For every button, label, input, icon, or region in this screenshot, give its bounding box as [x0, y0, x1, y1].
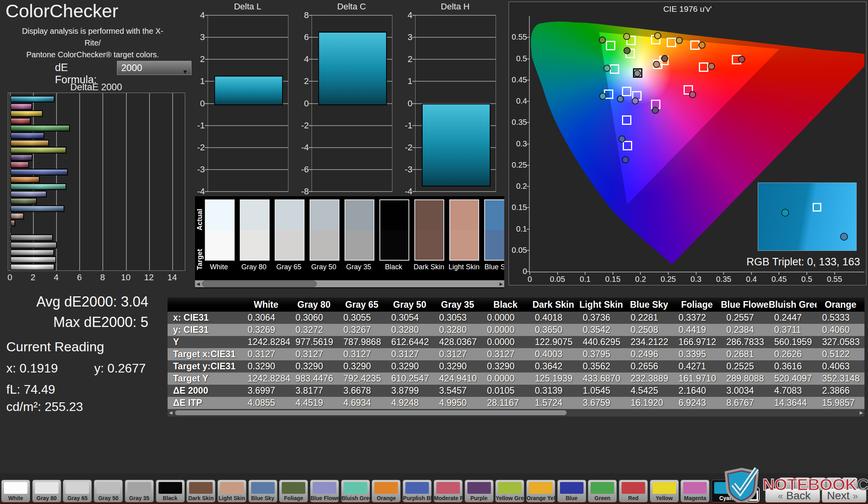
table-cell: 0.3542	[577, 324, 625, 336]
deltae2000-chart: DeltaE 2000 02468101214	[8, 82, 188, 286]
patch-button-light-skin[interactable]: Light Skin	[217, 480, 246, 502]
next-button[interactable]: Next»	[822, 488, 866, 503]
monochrome-patch-button[interactable]	[744, 487, 760, 502]
patch-color-swatch	[436, 482, 460, 494]
scroll-right-icon[interactable]: ▶	[858, 409, 864, 416]
swatch-target-color	[241, 230, 269, 260]
table-cell: 0.2626	[769, 348, 817, 360]
patch-button-red[interactable]: Red	[619, 480, 648, 502]
de-formula-dropdown[interactable]: 2000 ▼	[117, 61, 191, 75]
table-cell: 0.3127	[434, 348, 481, 360]
patch-color-swatch	[97, 482, 120, 494]
table-cell: 14.3644	[769, 397, 817, 409]
swatch-actual-color	[310, 200, 339, 230]
back-chevron-icon: «	[778, 491, 783, 501]
table-cell: 0.4003	[529, 348, 577, 360]
patch-button-label: Dark Skin	[187, 495, 215, 501]
de-formula-value: 2000	[121, 62, 142, 73]
reading-cdm2-value: cd/m²: 255.23	[6, 400, 83, 414]
table-cell: 0.3795	[577, 348, 625, 360]
delta-tick-label: 0	[397, 99, 412, 109]
delta-tick	[309, 81, 312, 82]
bottom-divider	[0, 502, 868, 504]
current-reading-label: Current Reading	[6, 339, 104, 354]
table-column-header: Foliage	[673, 298, 721, 312]
patch-button-cyan[interactable]: Cyan	[711, 480, 740, 502]
table-cell: 122.9075	[529, 336, 577, 348]
delta-gridline	[208, 15, 288, 16]
patch-button-black[interactable]: Black	[156, 480, 185, 502]
patch-button-purple[interactable]: Purple	[465, 480, 494, 502]
table-scrollbar[interactable]: ◀ ▶	[168, 409, 864, 416]
delta-gridline	[312, 191, 392, 192]
reading-y-value: y: 0.2677	[94, 361, 146, 376]
patch-button-gray-50[interactable]: Gray 50	[94, 480, 123, 502]
cie-x-tick	[806, 272, 807, 275]
patch-button-dark-skin[interactable]: Dark Skin	[186, 480, 215, 502]
patch-button-gray-80[interactable]: Gray 80	[32, 480, 61, 502]
patch-button-yellow-green[interactable]: Yellow Green	[495, 480, 524, 502]
patch-button-label: Purple	[465, 495, 493, 501]
delta-tick-label: 2	[397, 54, 412, 64]
swatch-scrollbar-thumb[interactable]	[202, 281, 317, 287]
patch-button-gray-65[interactable]: Gray 65	[63, 480, 92, 502]
deltae-bar	[10, 242, 57, 248]
patch-button-magenta[interactable]: Magenta	[680, 480, 709, 502]
deltae-bar	[10, 96, 55, 102]
delta-tick	[205, 169, 208, 170]
deltae-bar	[10, 147, 66, 153]
target-marker	[622, 115, 631, 125]
table-cell: 327.0583	[817, 336, 864, 348]
table-cell: 0.3711	[769, 324, 817, 336]
back-button[interactable]: «Back	[765, 488, 820, 503]
patch-button-blue-sky[interactable]: Blue Sky	[248, 480, 277, 502]
patch-button-green[interactable]: Green	[588, 480, 617, 502]
cie-x-tick	[696, 272, 697, 275]
swatch-label: Gray 35	[344, 263, 374, 271]
deltae-gridline	[172, 93, 173, 270]
delta-gridline	[312, 169, 392, 170]
patch-button-label: Orange Yellow	[527, 495, 555, 501]
table-cell: 0.0000	[481, 312, 529, 324]
patch-button-gray-35[interactable]: Gray 35	[125, 480, 154, 502]
table-cell: 0.3272	[290, 324, 338, 336]
measurement-table: WhiteGray 80Gray 65Gray 50Gray 35BlackDa…	[168, 298, 866, 415]
patch-button-white[interactable]: White	[1, 480, 30, 502]
table-scrollbar-thumb[interactable]	[175, 410, 567, 416]
delta-tick-label: -8	[293, 186, 309, 197]
patch-button-moderate-red[interactable]: Moderate Red	[434, 480, 463, 502]
cie-x-tick	[779, 272, 779, 275]
scroll-right-icon[interactable]: ▶	[498, 280, 504, 287]
scroll-left-icon[interactable]: ◀	[168, 409, 174, 416]
table-cell: 0.3127	[290, 348, 338, 360]
patch-button-blue-flower[interactable]: Blue Flower	[310, 480, 339, 502]
patch-button-bluish-green[interactable]: Bluish Green	[341, 480, 370, 502]
patch-button-blue[interactable]: Blue	[557, 480, 586, 502]
table-cell: 4.9950	[434, 397, 481, 409]
patch-button-label: Blue Flower	[310, 495, 339, 501]
scroll-left-icon[interactable]: ◀	[195, 280, 201, 287]
patch-button-orange-yellow[interactable]: Orange Yellow	[526, 480, 555, 502]
patch-button-purplish-blue[interactable]: Purplish Blue	[403, 480, 432, 502]
deltae-gridline	[126, 93, 127, 270]
measured-marker	[676, 37, 683, 44]
delta-tick	[205, 81, 208, 82]
cie-x-axis	[529, 272, 864, 272]
cie-y-tick	[527, 144, 530, 144]
patch-button-foliage[interactable]: Foliage	[279, 480, 308, 502]
deltae-bar	[10, 110, 43, 117]
cie-x-tick	[585, 272, 585, 275]
patch-button-label: Gray 35	[125, 495, 153, 501]
delta-tick-label: 4	[397, 10, 412, 20]
swatch-scrollbar[interactable]: ◀ ▶	[195, 280, 504, 287]
table-cell: 0.3127	[386, 348, 434, 360]
table-cell: 0.2557	[721, 312, 769, 324]
description-line-1: Display analysis is performed with the X…	[14, 25, 171, 49]
patch-button-orange[interactable]: Orange	[372, 480, 401, 502]
measured-marker	[624, 47, 631, 54]
delta-tick	[205, 147, 208, 148]
deltae-bar	[10, 264, 55, 270]
patch-button-label: Red	[619, 495, 647, 501]
patch-button-yellow[interactable]: Yellow	[650, 480, 679, 502]
table-column-header: White	[242, 298, 290, 312]
